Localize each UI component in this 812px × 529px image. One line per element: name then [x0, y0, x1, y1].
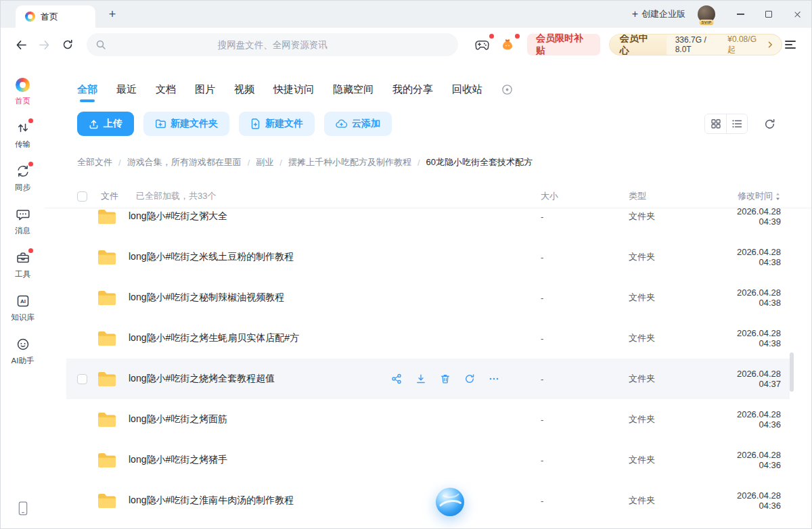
file-type: 文件夹	[629, 454, 717, 466]
table-row[interactable]: long隐小#吃街之淮南牛肉汤的制作教程 - 文件夹 2026.04.28 04…	[66, 480, 790, 521]
sidebar-item-home[interactable]: 首页	[1, 76, 45, 110]
tab-images[interactable]: 图片	[195, 83, 215, 96]
refresh-button[interactable]	[60, 36, 76, 53]
download-icon[interactable]	[415, 373, 426, 384]
file-time: 2026.04.28 04:38	[717, 328, 790, 348]
member-subsidy-button[interactable]: 会员限时补贴	[527, 34, 600, 55]
sidebar-item-sync[interactable]: 同步	[1, 163, 45, 197]
maximize-button[interactable]	[754, 1, 783, 28]
file-list-viewport: long隐小#吃街之粥大全 - 文件夹 2026.04.28 04:39	[45, 208, 811, 528]
actions-row: 上传 新建文件夹 新建文件 云添加	[77, 112, 779, 136]
load-status: 已全部加载，共33个	[136, 190, 216, 202]
sidebar-item-tools[interactable]: 工具	[1, 250, 45, 283]
tab-all[interactable]: 全部	[77, 83, 97, 96]
breadcrumb-item[interactable]: 摆摊上千种小吃配方及制作教程	[288, 156, 411, 168]
table-row[interactable]: long隐小#吃街之秘制辣椒油视频教程 - 文件夹 2026.04.28 04:…	[66, 277, 790, 318]
save-refresh-icon[interactable]	[464, 373, 475, 384]
table-row[interactable]: long隐小#吃街之烧烤全套教程超值 - 文件夹 2026.04.28 04:3…	[66, 359, 790, 399]
new-file-button[interactable]: 新建文件	[239, 112, 315, 136]
chevron-right-icon	[768, 41, 773, 48]
file-time: 2026.04.28 04:36	[717, 490, 790, 511]
folder-icon	[97, 330, 117, 347]
file-size: -	[541, 415, 629, 425]
close-button[interactable]	[783, 1, 811, 28]
column-size[interactable]: 大小	[541, 190, 629, 202]
breadcrumb-item[interactable]: 全部文件	[77, 156, 112, 168]
column-type[interactable]: 类型	[629, 190, 717, 202]
breadcrumb-item[interactable]: 游戏合集，所有游戏都在里面	[127, 156, 242, 168]
more-icon[interactable]	[489, 373, 499, 384]
select-all-checkbox[interactable]	[77, 191, 87, 202]
cloud-add-button[interactable]: 云添加	[324, 112, 392, 136]
column-modified-time[interactable]: 修改时间	[717, 190, 790, 202]
tab-docs[interactable]: 文档	[156, 83, 176, 96]
search-input[interactable]	[87, 33, 459, 56]
member-center-label[interactable]: 会员中心	[610, 34, 667, 55]
file-type: 文件夹	[629, 292, 717, 304]
scrollbar-thumb[interactable]	[790, 352, 794, 392]
folder-icon	[97, 208, 117, 225]
delete-icon[interactable]	[440, 373, 451, 384]
row-checkbox[interactable]	[77, 374, 87, 384]
lucky-bag-icon	[501, 38, 514, 51]
notification-dot	[28, 162, 33, 166]
list-refresh-button[interactable]	[760, 114, 779, 133]
minimize-button[interactable]	[726, 1, 754, 28]
tab-home[interactable]: 首页	[16, 5, 95, 28]
upgrade-price: ¥0.08/G起	[727, 34, 763, 55]
tab-videos[interactable]: 视频	[234, 83, 254, 96]
games-button[interactable]	[472, 35, 491, 54]
file-rows: long隐小#吃街之粥大全 - 文件夹 2026.04.28 04:39	[45, 208, 811, 528]
mobile-app-button[interactable]	[18, 501, 28, 519]
assistant-globe-button[interactable]	[434, 486, 466, 518]
table-row[interactable]: long隐小#吃街之烤猪手 - 文件夹 2026.04.28 04:36	[66, 440, 790, 480]
view-toggle	[704, 114, 748, 134]
create-enterprise-button[interactable]: + 创建企业版	[632, 8, 685, 20]
back-button[interactable]	[13, 36, 30, 53]
new-folder-button[interactable]: 新建文件夹	[143, 112, 229, 136]
file-name: long隐小#吃街之烤面筋	[129, 413, 541, 426]
grid-view-button[interactable]	[705, 114, 726, 133]
breadcrumb-separator: /	[118, 158, 121, 168]
list-view-button[interactable]	[726, 114, 747, 133]
tab-hidden-space[interactable]: 隐藏空间	[333, 83, 374, 96]
avatar[interactable]: SVIP	[698, 5, 715, 23]
table-row[interactable]: long隐小#吃街之烤生蚝扇贝实体店配#方 - 文件夹 2026.04.28 0…	[66, 318, 790, 359]
category-tabs: 全部 最近 文档 图片 视频 快捷访问 隐藏空间 我的分享 回收站	[77, 82, 811, 97]
sidebar-item-label: 知识库	[11, 313, 35, 323]
file-time: 2026.04.28 04:38	[717, 247, 790, 267]
share-icon[interactable]	[391, 373, 402, 384]
table-row[interactable]: long隐小#吃街之粥大全 - 文件夹 2026.04.28 04:39	[66, 208, 790, 237]
lucky-bag-button[interactable]	[499, 35, 517, 54]
titlebar: 首页 + + 创建企业版 SVIP	[1, 1, 811, 28]
breadcrumb-item[interactable]: 副业	[256, 156, 273, 168]
ai-assistant-icon	[16, 337, 30, 352]
menu-button[interactable]	[782, 36, 799, 53]
notification-dot	[489, 34, 494, 39]
sidebar-item-ai-assistant[interactable]: AI助手	[1, 336, 45, 370]
tab-recycle-bin[interactable]: 回收站	[452, 83, 482, 96]
file-name: long隐小#吃街之秘制辣椒油视频教程	[129, 292, 541, 304]
forward-button[interactable]	[36, 36, 53, 53]
upload-button[interactable]: 上传	[77, 112, 134, 136]
tab-quick-access[interactable]: 快捷访问	[273, 83, 314, 96]
table-row[interactable]	[66, 521, 790, 528]
new-tab-button[interactable]: +	[104, 5, 121, 23]
file-name: long隐小#吃街之米线土豆粉的制作教程	[129, 251, 541, 263]
sync-icon	[16, 164, 30, 179]
sidebar-item-transfer[interactable]: 传输	[1, 120, 45, 154]
table-row[interactable]: long隐小#吃街之米线土豆粉的制作教程 - 文件夹 2026.04.28 04…	[66, 237, 790, 277]
tab-title: 首页	[41, 11, 58, 23]
sidebar-item-messages[interactable]: 消息	[1, 206, 45, 240]
table-row[interactable]: long隐小#吃街之烤面筋 - 文件夹 2026.04.28 04:36	[66, 399, 790, 440]
tab-settings-button[interactable]	[501, 84, 513, 95]
ai-knowledge-icon: AI	[16, 294, 30, 308]
notification-dot	[28, 118, 33, 123]
tab-my-shares[interactable]: 我的分享	[392, 83, 433, 96]
refresh-icon	[62, 39, 73, 50]
sidebar-item-knowledge[interactable]: AI 知识库	[1, 293, 45, 327]
member-center-capsule[interactable]: 会员中心 336.7G / 8.0T ¥0.08/G起	[609, 34, 782, 55]
tab-recent[interactable]: 最近	[116, 83, 137, 96]
toolbox-icon	[16, 250, 30, 265]
list-view-icon	[732, 120, 742, 128]
